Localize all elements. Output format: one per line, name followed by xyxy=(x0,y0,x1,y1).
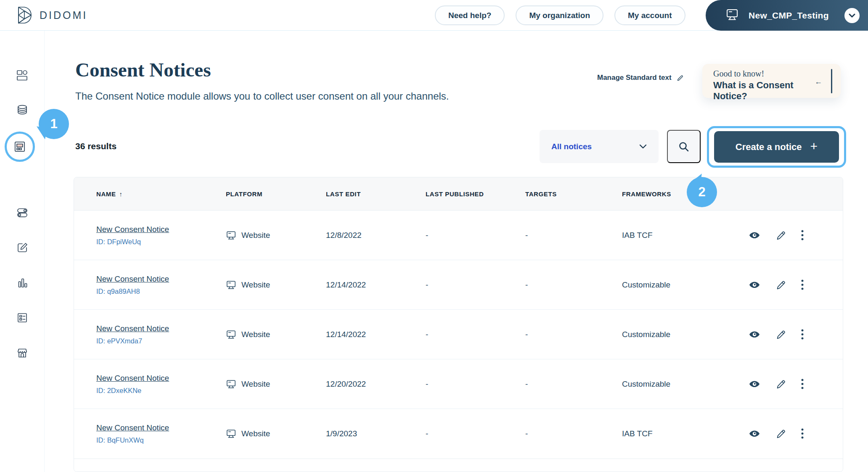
results-count: 36 results xyxy=(75,141,116,151)
last-edit-cell: 12/20/2022 xyxy=(326,380,426,389)
notice-name-cell: New Consent Notice ID: ePVXmda7 xyxy=(96,324,226,345)
pencil-icon xyxy=(677,74,684,82)
column-header-name[interactable]: NAME↑ xyxy=(96,190,226,198)
didomi-logo-mark xyxy=(16,6,33,24)
annotation-step-1: 1 xyxy=(39,109,69,139)
sidebar-item-grid-widgets[interactable] xyxy=(0,61,45,91)
top-nav: Need help? My organization My account xyxy=(435,5,685,25)
eye-icon xyxy=(748,279,761,291)
edit-notice-button[interactable] xyxy=(775,428,786,440)
sidebar-item-edit[interactable] xyxy=(0,232,45,263)
edit-notice-button[interactable] xyxy=(775,329,786,340)
edit-notice-button[interactable] xyxy=(775,378,786,390)
need-help-button[interactable]: Need help? xyxy=(435,5,505,25)
last-edit-cell: 1/9/2023 xyxy=(326,429,426,438)
table-row: New Consent Notice ID: DFpiWeUq xyxy=(74,211,843,260)
notices-filter-select[interactable]: All notices xyxy=(540,130,659,163)
create-notice-button[interactable]: Create a notice + xyxy=(714,131,839,163)
notice-screen-icon xyxy=(13,140,27,154)
pencil-icon xyxy=(775,428,786,440)
platform-label: Website xyxy=(241,231,270,240)
sidebar-item-forms[interactable] xyxy=(0,303,45,333)
sidebar-item-database[interactable] xyxy=(0,95,45,126)
my-organization-button[interactable]: My organization xyxy=(516,5,603,25)
kebab-menu-icon xyxy=(800,427,804,440)
row-actions xyxy=(748,278,843,292)
sidebar-item-consent-notices[interactable] xyxy=(5,132,35,162)
my-account-button[interactable]: My account xyxy=(614,5,685,25)
plus-icon: + xyxy=(810,139,818,153)
annotation-step-1-tail xyxy=(34,127,48,140)
notices-table: NAME↑ PLATFORM LAST EDIT LAST PUBLISHED … xyxy=(74,177,843,472)
column-header-frameworks[interactable]: FRAMEWORKS xyxy=(622,190,748,198)
notices-filter-value: All notices xyxy=(551,142,592,151)
last-edit-cell: 12/14/2022 xyxy=(326,330,426,339)
preview-notice-button[interactable] xyxy=(748,427,761,440)
form-list-icon xyxy=(16,311,29,324)
table-body: New Consent Notice ID: DFpiWeUq xyxy=(74,211,843,459)
more-actions-button[interactable] xyxy=(800,427,804,440)
column-header-last-edit[interactable]: LAST EDIT xyxy=(326,190,426,198)
platform-cell: Website xyxy=(226,280,326,290)
annotation-step-2: 2 xyxy=(687,177,717,207)
more-actions-button[interactable] xyxy=(800,278,804,292)
more-actions-button[interactable] xyxy=(800,229,804,242)
bar-chart-icon xyxy=(16,276,29,290)
create-notice-label: Create a notice xyxy=(736,142,802,153)
targets-cell: - xyxy=(525,330,622,339)
good-to-know-eyebrow: Good to know! xyxy=(713,69,815,79)
edit-square-icon xyxy=(16,241,29,254)
more-actions-button[interactable] xyxy=(800,328,804,341)
website-monitor-icon xyxy=(226,379,236,389)
notice-id: ID: 2DxeKKNe xyxy=(96,387,226,395)
workspace-name: New_CMP_Testing xyxy=(749,11,829,21)
manage-standard-text-label: Manage Standard text xyxy=(597,74,672,82)
column-header-platform[interactable]: PLATFORM xyxy=(226,190,326,198)
notice-name-link[interactable]: New Consent Notice xyxy=(96,225,169,234)
last-published-cell: - xyxy=(426,280,525,290)
kebab-menu-icon xyxy=(800,278,804,292)
edit-notice-button[interactable] xyxy=(775,279,786,291)
notice-name-link[interactable]: New Consent Notice xyxy=(96,324,169,333)
platform-label: Website xyxy=(241,280,270,290)
good-to-know-card[interactable]: Good to know! What is a Consent Notice? … xyxy=(702,64,841,98)
column-header-targets[interactable]: TARGETS xyxy=(525,190,622,198)
sidebar xyxy=(0,31,45,472)
preview-notice-button[interactable] xyxy=(748,229,761,242)
didomi-logo[interactable]: DIDOMI xyxy=(16,6,87,24)
targets-cell: - xyxy=(525,380,622,389)
targets-cell: - xyxy=(525,280,622,290)
workspace-chevron-button[interactable] xyxy=(844,8,860,23)
manage-standard-text-link[interactable]: Manage Standard text xyxy=(597,74,684,82)
notice-name-cell: New Consent Notice ID: BqFUnXWq xyxy=(96,423,226,444)
toggles-icon xyxy=(16,206,29,219)
notice-name-link[interactable]: New Consent Notice xyxy=(96,423,169,432)
preview-notice-button[interactable] xyxy=(748,328,761,341)
more-actions-button[interactable] xyxy=(800,377,804,391)
workspace-switcher[interactable]: New_CMP_Testing xyxy=(706,0,868,31)
sidebar-item-toggles[interactable] xyxy=(0,198,45,228)
notice-name-link[interactable]: New Consent Notice xyxy=(96,274,169,284)
platform-cell: Website xyxy=(226,379,326,389)
notice-name-cell: New Consent Notice ID: q9a89AH8 xyxy=(96,274,226,295)
edit-notice-button[interactable] xyxy=(775,229,786,241)
preview-notice-button[interactable] xyxy=(748,378,761,390)
annotation-step-1-number: 1 xyxy=(50,116,57,132)
grid-widgets-icon xyxy=(16,69,29,82)
didomi-console-screen: DIDOMI Need help? My organization My acc… xyxy=(0,0,868,472)
sidebar-item-analytics[interactable] xyxy=(0,268,45,298)
column-header-last-published[interactable]: LAST PUBLISHED xyxy=(426,190,525,198)
sidebar-item-marketplace[interactable] xyxy=(0,338,45,368)
search-icon xyxy=(677,140,690,153)
good-to-know-title: What is a Consent Notice? xyxy=(713,80,815,102)
last-published-cell: - xyxy=(426,330,525,339)
row-actions xyxy=(748,427,843,440)
eye-icon xyxy=(748,378,761,390)
sort-asc-icon: ↑ xyxy=(119,190,123,198)
last-edit-cell: 12/14/2022 xyxy=(326,280,426,290)
search-button[interactable] xyxy=(667,130,701,163)
preview-notice-button[interactable] xyxy=(748,279,761,291)
targets-cell: - xyxy=(525,429,622,438)
notice-name-link[interactable]: New Consent Notice xyxy=(96,374,169,383)
create-notice-highlight-ring: Create a notice + xyxy=(707,126,846,168)
